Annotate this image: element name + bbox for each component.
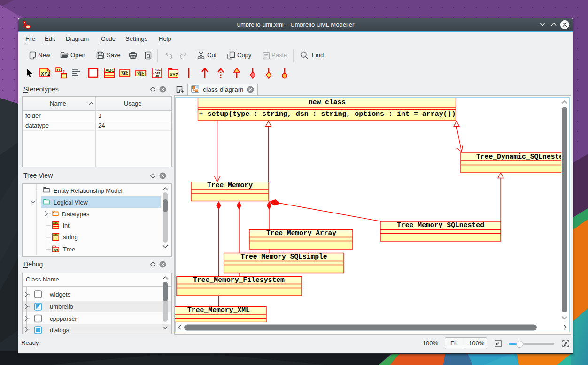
svg-text:Tree_Memory: Tree_Memory bbox=[207, 182, 253, 189]
svg-text:xyz: xyz bbox=[54, 248, 59, 252]
svg-text:Tree_Memory_SQLsimple: Tree_Memory_SQLsimple bbox=[241, 253, 327, 260]
svg-text:XYZ: XYZ bbox=[56, 68, 62, 72]
svg-text:ABC: ABC bbox=[105, 68, 115, 73]
svg-text:- IJK: - IJK bbox=[153, 75, 159, 77]
svg-text:ABC: ABC bbox=[138, 73, 144, 76]
svg-text:ABC: ABC bbox=[122, 72, 128, 75]
svg-text:Tree_Memory_SQLnested: Tree_Memory_SQLnested bbox=[397, 221, 484, 229]
svg-text:Tree_Memory_Filesystem: Tree_Memory_Filesystem bbox=[193, 276, 285, 284]
svg-text:Tree_Memory_XML: Tree_Memory_XML bbox=[187, 306, 250, 314]
svg-text:ABC: ABC bbox=[53, 234, 58, 236]
svg-text:XYZ: XYZ bbox=[41, 71, 50, 76]
svg-text:new_class: new_class bbox=[309, 99, 346, 106]
svg-text:XYZ: XYZ bbox=[170, 72, 178, 77]
svg-text:Tree_Memory_Array: Tree_Memory_Array bbox=[266, 229, 336, 237]
svg-text:Tree_Dynamic_SQLnested: Tree_Dynamic_SQLnested bbox=[476, 153, 561, 160]
svg-text:+ setup(type : string, dsn : s: + setup(type : string, dsn : string, opt… bbox=[199, 110, 456, 118]
svg-text:- DEF: - DEF bbox=[153, 72, 161, 75]
svg-text:ABC: ABC bbox=[53, 222, 58, 224]
svg-text:- ABC: - ABC bbox=[153, 68, 161, 71]
